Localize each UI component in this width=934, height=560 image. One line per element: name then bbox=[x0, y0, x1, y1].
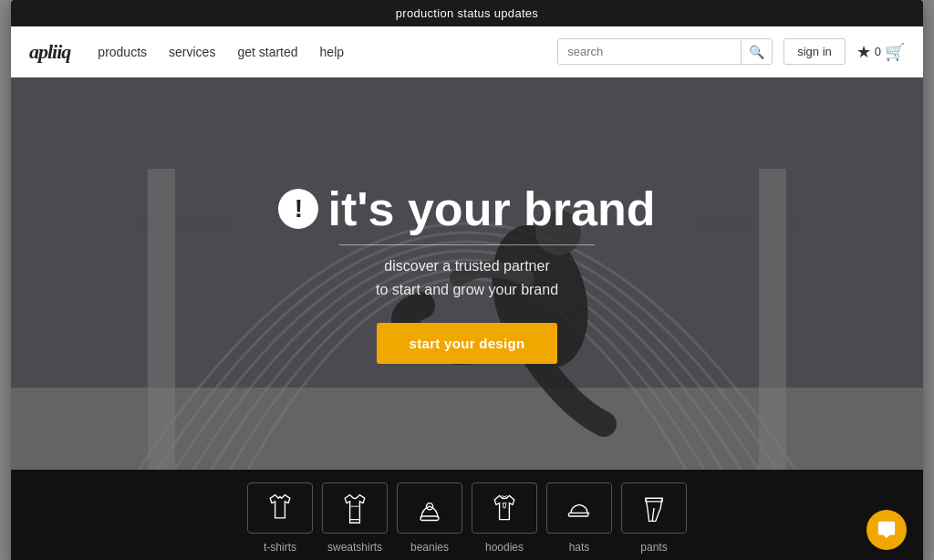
category-sweatshirts[interactable]: sweatshirts bbox=[322, 482, 388, 554]
announcement-bar: production status updates bbox=[11, 0, 923, 26]
nav-services[interactable]: services bbox=[169, 45, 215, 59]
chat-icon bbox=[877, 520, 897, 540]
sweatshirt-icon-box bbox=[322, 482, 388, 534]
search-container: 🔍 bbox=[557, 38, 773, 65]
pants-label: pants bbox=[640, 541, 667, 554]
hero-title-text: it's your brand bbox=[327, 183, 655, 235]
hoodie-icon bbox=[488, 492, 521, 524]
cart-icon[interactable]: 🛒 bbox=[885, 42, 905, 62]
search-button[interactable]: 🔍 bbox=[741, 40, 772, 64]
hero-subtitle-line2: to start and grow your brand bbox=[376, 282, 558, 297]
wishlist-icon[interactable]: ★ bbox=[856, 42, 871, 62]
hero-divider bbox=[339, 244, 595, 245]
nav-products[interactable]: products bbox=[98, 45, 147, 59]
svg-rect-6 bbox=[420, 516, 439, 521]
svg-rect-2 bbox=[148, 169, 175, 470]
navbar: apliiq products services get started hel… bbox=[11, 26, 923, 78]
bottom-section: t-shirts sweatshirts bbox=[11, 470, 923, 560]
hat-icon-box bbox=[546, 482, 612, 534]
hero-content: ! it's your brand discover a trusted par… bbox=[278, 183, 655, 364]
sign-in-button[interactable]: sign in bbox=[784, 38, 846, 65]
pants-icon-box bbox=[621, 482, 687, 534]
hero-title: ! it's your brand bbox=[278, 183, 655, 235]
sweatshirt-icon bbox=[338, 492, 371, 524]
category-pants[interactable]: pants bbox=[621, 482, 687, 554]
nav-help[interactable]: help bbox=[320, 45, 344, 59]
category-hats[interactable]: hats bbox=[546, 482, 612, 554]
search-input[interactable] bbox=[558, 39, 741, 64]
cta-button[interactable]: start your design bbox=[377, 323, 558, 364]
hero-subtitle-line1: discover a trusted partner bbox=[384, 258, 549, 274]
nav-get-started[interactable]: get started bbox=[237, 45, 297, 59]
category-beanies[interactable]: beanies bbox=[397, 482, 462, 554]
beanie-icon bbox=[413, 492, 446, 524]
pants-icon bbox=[638, 492, 670, 524]
exclamation-icon: ! bbox=[278, 189, 318, 229]
nav-right: 🔍 sign in ★ 0 🛒 bbox=[557, 38, 905, 65]
hoodie-icon-box bbox=[472, 482, 537, 534]
tshirt-icon-box bbox=[247, 482, 313, 534]
hero-subtitle: discover a trusted partner to start and … bbox=[278, 254, 655, 301]
svg-rect-3 bbox=[759, 169, 786, 470]
chat-widget[interactable] bbox=[867, 510, 907, 550]
tshirt-label: t-shirts bbox=[264, 541, 296, 554]
hero-section: ! it's your brand discover a trusted par… bbox=[11, 78, 923, 470]
hat-icon bbox=[563, 492, 596, 524]
sweatshirt-label: sweatshirts bbox=[327, 541, 382, 554]
wishlist-area: ★ 0 🛒 bbox=[856, 42, 905, 62]
wishlist-count: 0 bbox=[875, 45, 881, 58]
nav-links: products services get started help bbox=[98, 45, 557, 59]
category-bar: t-shirts sweatshirts bbox=[11, 470, 923, 560]
logo[interactable]: apliiq bbox=[29, 40, 70, 64]
hoodie-label: hoodies bbox=[485, 541, 524, 554]
search-icon: 🔍 bbox=[749, 45, 764, 59]
category-tshirts[interactable]: t-shirts bbox=[247, 482, 313, 554]
category-hoodies[interactable]: hoodies bbox=[472, 482, 537, 554]
beanie-label: beanies bbox=[410, 541, 449, 554]
announcement-text: production status updates bbox=[396, 6, 538, 20]
tshirt-icon bbox=[264, 492, 296, 524]
beanie-icon-box bbox=[397, 482, 462, 534]
hat-label: hats bbox=[569, 541, 590, 554]
